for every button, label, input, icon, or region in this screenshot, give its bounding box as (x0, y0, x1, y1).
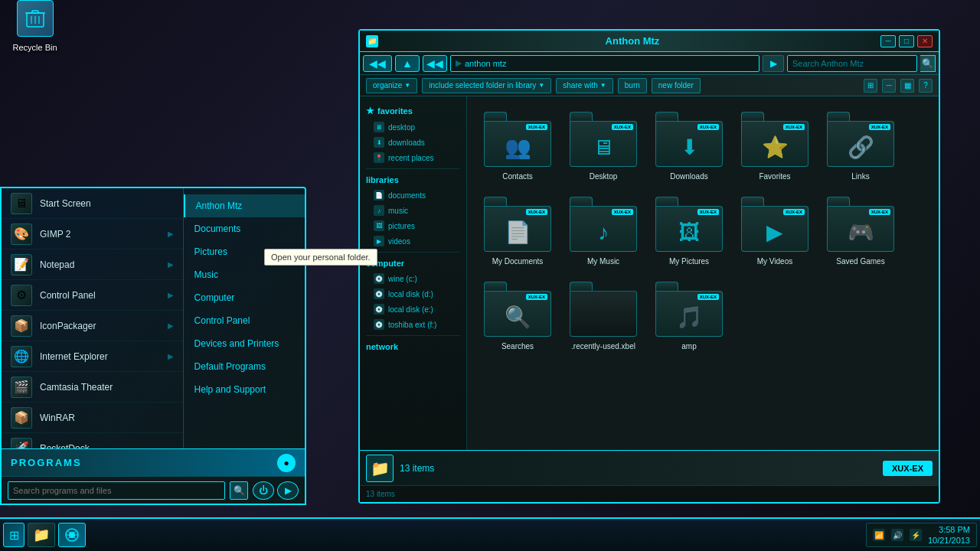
file-item-mymusic[interactable]: XUX-EX ♪ My Music (565, 194, 642, 269)
start-app-startscreen[interactable]: 🖥 Start Screen (2, 188, 183, 219)
file-item-recently-used[interactable]: .recently-used.xbel (565, 279, 642, 354)
organize-button[interactable]: organize ▼ (366, 78, 417, 93)
savedgames-folder-icon: XUX-EX 🎮 (827, 197, 894, 252)
start-app-notepad[interactable]: 📝 Notepad ▶ (2, 249, 183, 280)
start-right-controlpanel[interactable]: Control Panel (184, 309, 305, 332)
file-item-myvideos[interactable]: XUX-EX ▶ My Videos (737, 194, 813, 269)
back-button[interactable]: ◀◀ (363, 55, 392, 72)
address-bar[interactable]: ▶ anthon mtz (450, 55, 760, 72)
volume-tray-icon[interactable]: 🔊 (891, 529, 903, 541)
sidebar-item-recent[interactable]: 📍 recent places (360, 150, 466, 165)
notepad-arrow-icon: ▶ (168, 260, 174, 269)
details-pane-button[interactable]: ▦ (900, 79, 914, 93)
amp-label: amp (681, 341, 696, 351)
links-folder-icon: XUX-EX 🔗 (827, 112, 894, 167)
maximize-button[interactable]: □ (899, 35, 914, 47)
start-search-bar: 🔍 ⏻ ▶ (2, 476, 305, 504)
notepad-label: Notepad (40, 259, 160, 270)
network-tray-icon[interactable]: 📶 (873, 529, 885, 541)
include-library-label: include selected folder in library (429, 81, 536, 90)
controlpanel-label: Control Panel (40, 290, 160, 301)
file-item-links[interactable]: XUX-EX 🔗 Links (822, 109, 899, 184)
share-with-button[interactable]: share with ▼ (556, 78, 613, 93)
recycle-bin-folder-icon (17, 0, 54, 37)
startscreen-icon: 🖥 (11, 193, 32, 214)
sidebar-item-music[interactable]: ♪ music (360, 203, 466, 218)
start-search-input[interactable] (8, 481, 225, 500)
clock-time: 3:58 PM (928, 524, 970, 535)
recently-used-label: .recently-used.xbel (571, 341, 635, 351)
power-button[interactable]: ⏻ (253, 481, 274, 500)
file-item-mydocs[interactable]: XUX-EX 📄 My Documents (479, 194, 556, 269)
sidebar-item-documents[interactable]: 📄 documents (360, 187, 466, 203)
start-right-computer[interactable]: Computer (184, 286, 305, 309)
address-text: anthon mtz (465, 59, 506, 68)
minimize-button[interactable]: ─ (880, 35, 896, 47)
libraries-label: libraries (366, 175, 399, 184)
shutdown-button[interactable]: ▶ (277, 481, 299, 500)
start-right-devices[interactable]: Devices and Printers (184, 332, 305, 355)
clock-date: 10/21/2013 (928, 535, 970, 546)
close-button[interactable]: ✕ (917, 35, 933, 47)
include-library-button[interactable]: include selected folder in library ▼ (422, 78, 551, 93)
camtasia-label: Camtasia Theater (40, 382, 174, 393)
burn-label: burn (625, 81, 640, 90)
start-right-defaultprograms[interactable]: Default Programs (184, 355, 305, 378)
file-item-contacts[interactable]: XUX-EX 👥 Contacts (479, 109, 556, 184)
start-right-music[interactable]: Music (184, 263, 305, 286)
help-button[interactable]: ? (919, 79, 933, 93)
file-item-savedgames[interactable]: XUX-EX 🎮 Saved Games (822, 194, 899, 269)
file-item-mypics[interactable]: XUX-EX 🖼 My Pictures (651, 194, 727, 269)
power-buttons: ⏻ ▶ (253, 481, 299, 500)
taskbar-app-explorer[interactable]: 📁 (28, 523, 55, 547)
start-app-gimp[interactable]: 🎨 GIMP 2 ▶ (2, 219, 183, 249)
network-label: network (366, 342, 398, 351)
sidebar-item-locald[interactable]: 💿 local disk (d:) (360, 286, 466, 302)
sidebar-item-downloads[interactable]: ⬇ downloads (360, 135, 466, 150)
sidebar-item-toshiba[interactable]: 💿 toshiba ext (f:) (360, 317, 466, 332)
forward-skip-button[interactable]: ◀◀ (423, 55, 447, 72)
file-item-searches[interactable]: XUX-EX 🔍 Searches (479, 279, 556, 354)
programs-expand-button[interactable]: ● (277, 454, 296, 472)
sidebar-item-pictures[interactable]: 🖼 pictures (360, 218, 466, 233)
organize-dropdown-arrow: ▼ (404, 82, 410, 89)
search-box[interactable]: Search Anthon Mtz (787, 55, 917, 72)
myvideos-folder-icon: XUX-EX ▶ (741, 197, 808, 252)
start-right-pictures[interactable]: Pictures (184, 240, 305, 263)
search-button[interactable]: 🔍 (920, 55, 936, 72)
view-list-button[interactable]: ─ (882, 79, 896, 93)
taskbar: ⊞ 📁 📶 🔊 ⚡ 3:58 PM 10/21/2013 (0, 517, 980, 551)
taskbar-app-chrome[interactable] (58, 523, 86, 547)
view-icons-button[interactable]: ⊞ (864, 79, 877, 93)
winrar-icon: 📦 (11, 407, 32, 429)
start-app-winrar[interactable]: 📦 WinRAR (2, 403, 183, 433)
recycle-bin-icon[interactable]: Recycle Bin (6, 0, 64, 54)
sidebar-item-videos[interactable]: ▶ videos (360, 233, 466, 249)
start-app-rocketdock[interactable]: 🚀 RocketDock (2, 433, 183, 448)
file-item-amp[interactable]: XUX-EX 🎵 amp (651, 279, 727, 354)
burn-button[interactable]: burn (618, 78, 647, 93)
refresh-button[interactable]: ▶ (763, 55, 784, 72)
start-app-camtasia[interactable]: 🎬 Camtasia Theater (2, 372, 183, 403)
include-library-dropdown-arrow: ▼ (538, 82, 544, 89)
start-right-documents[interactable]: Documents (184, 217, 305, 240)
file-item-desktop[interactable]: XUX-EX 🖥 Desktop (565, 109, 642, 184)
new-folder-button[interactable]: new folder (652, 78, 701, 93)
up-button[interactable]: ▲ (395, 55, 420, 72)
start-right-help[interactable]: Help and Support (184, 378, 305, 401)
sidebar-item-desktop[interactable]: 🖥 desktop (360, 119, 466, 135)
start-search-button[interactable]: 🔍 (230, 481, 248, 500)
start-app-ie[interactable]: 🌐 Internet Explorer ▶ (2, 341, 183, 372)
music-icon: ♪ (374, 205, 384, 216)
sidebar-item-locale[interactable]: 💿 local disk (e:) (360, 302, 466, 317)
file-item-favorites[interactable]: XUX-EX ⭐ Favorites (737, 109, 813, 184)
mydocs-label: My Documents (492, 256, 544, 266)
start-app-controlpanel[interactable]: ⚙ Control Panel ▶ (2, 280, 183, 311)
startscreen-label: Start Screen (40, 198, 174, 209)
file-item-downloads[interactable]: XUX-EX ⬇ Downloads (651, 109, 727, 184)
sidebar-item-wine[interactable]: 💿 wine (c:) (360, 271, 466, 286)
start-app-iconpackager[interactable]: 📦 IconPackager ▶ (2, 311, 183, 341)
start-right-anthon[interactable]: Anthon Mtz (184, 194, 305, 217)
power-tray-icon[interactable]: ⚡ (910, 529, 922, 541)
start-button[interactable]: ⊞ (3, 523, 24, 547)
